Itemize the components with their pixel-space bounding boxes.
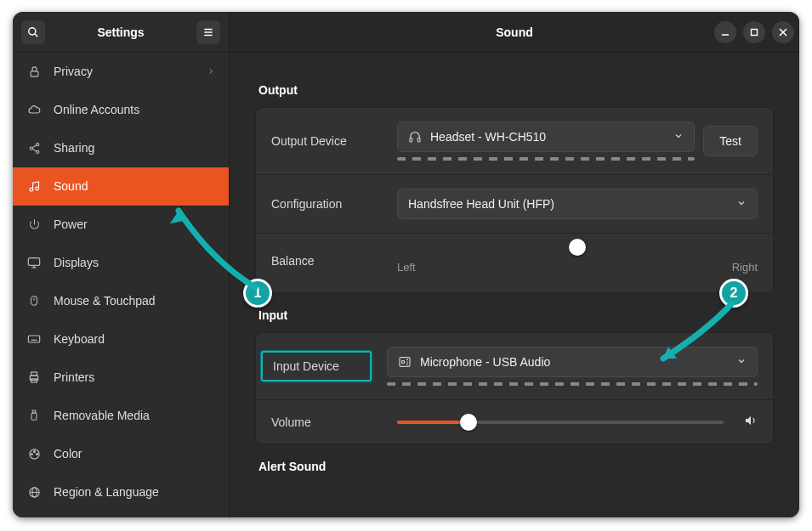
svg-point-36 — [31, 453, 32, 455]
input-level-meter — [387, 382, 758, 386]
configuration-value: Handsfree Head Unit (HFP) — [408, 197, 554, 211]
close-icon — [779, 28, 787, 37]
balance-left-label: Left — [397, 261, 416, 274]
input-device-dropdown[interactable]: Microphone - USB Audio — [387, 347, 758, 377]
hamburger-icon — [202, 26, 214, 38]
sidebar-item-label: Printers — [54, 370, 94, 384]
sidebar-item-sound[interactable]: Sound — [13, 167, 229, 206]
svg-rect-20 — [31, 297, 37, 306]
sidebar-item-label: Power — [54, 217, 88, 231]
test-button[interactable]: Test — [703, 126, 758, 156]
output-card: Output Device Headset - WH-CH510 — [255, 107, 774, 293]
svg-rect-31 — [31, 413, 37, 420]
maximize-icon — [750, 28, 758, 37]
input-device-value: Microphone - USB Audio — [420, 355, 550, 369]
minimize-icon — [721, 28, 730, 37]
sidebar-item-displays[interactable]: Displays — [13, 244, 229, 282]
output-device-label: Output Device — [271, 134, 382, 148]
sidebar-item-label: Region & Language — [54, 485, 159, 499]
svg-point-43 — [401, 360, 404, 363]
main-titlebar: Sound — [230, 12, 799, 53]
sidebar-item-color[interactable]: Color — [13, 435, 229, 473]
balance-label: Balance — [271, 254, 382, 268]
minimize-button[interactable] — [714, 21, 736, 43]
color-icon — [26, 446, 42, 461]
sidebar-item-label: Online Accounts — [54, 103, 139, 116]
input-volume-label: Volume — [271, 415, 382, 429]
sidebar-item-region-language[interactable]: Region & Language — [13, 473, 229, 511]
svg-rect-40 — [410, 138, 412, 142]
volume-slider[interactable] — [397, 421, 724, 424]
app-title: Settings — [50, 25, 191, 39]
sidebar-item-sharing[interactable]: Sharing — [13, 129, 229, 167]
input-volume-row: Volume — [256, 400, 773, 443]
chevron-down-icon — [736, 197, 747, 211]
svg-line-14 — [32, 149, 37, 151]
globe-icon — [26, 484, 42, 500]
hamburger-menu-button[interactable] — [196, 20, 220, 44]
display-icon — [26, 255, 42, 270]
output-device-value: Headset - WH-CH510 — [430, 130, 546, 144]
output-level-meter — [397, 157, 695, 161]
search-button[interactable] — [21, 20, 45, 44]
mouse-icon — [26, 293, 42, 308]
lock-icon — [26, 64, 42, 79]
music-icon — [26, 178, 42, 194]
svg-rect-30 — [31, 379, 37, 382]
input-device-label: Input Device — [261, 351, 372, 381]
search-icon — [27, 26, 39, 38]
sidebar-item-keyboard[interactable]: Keyboard — [13, 320, 229, 359]
chevron-right-icon — [207, 65, 215, 78]
headphones-icon — [408, 130, 422, 144]
settings-window: Settings Sound PrivacyOnline AccountsSha… — [13, 12, 799, 517]
sidebar: PrivacyOnline AccountsSharingSoundPowerD… — [13, 53, 230, 517]
output-section-title: Output — [258, 83, 774, 97]
svg-rect-22 — [28, 336, 39, 342]
input-device-row: Input Device Microphone - USB Audio — [256, 333, 773, 400]
sidebar-titlebar: Settings — [13, 12, 230, 53]
balance-slider-thumb[interactable] — [569, 239, 586, 256]
main-panel: Output Output Device Headset - WH-CH510 — [230, 53, 799, 517]
balance-right-label: Right — [732, 261, 758, 274]
audio-card-icon — [398, 355, 412, 369]
sidebar-item-label: Removable Media — [54, 409, 150, 422]
volume-slider-thumb[interactable] — [460, 414, 477, 431]
input-card: Input Device Microphone - USB Audio — [255, 332, 774, 444]
close-button[interactable] — [772, 21, 794, 43]
maximize-button[interactable] — [743, 21, 765, 43]
sidebar-item-online-accounts[interactable]: Online Accounts — [13, 91, 229, 129]
svg-point-15 — [29, 188, 32, 191]
sidebar-item-label: Displays — [54, 256, 99, 269]
input-section-title: Input — [258, 308, 774, 322]
sidebar-item-label: Color — [54, 447, 82, 460]
sidebar-item-label: Privacy — [54, 65, 93, 78]
svg-rect-6 — [752, 29, 758, 35]
sidebar-item-printers[interactable]: Printers — [13, 359, 229, 397]
svg-point-35 — [36, 453, 37, 455]
output-device-dropdown[interactable]: Headset - WH-CH510 — [397, 121, 695, 152]
configuration-row: Configuration Handsfree Head Unit (HFP) — [256, 175, 773, 234]
svg-rect-9 — [31, 71, 38, 76]
output-device-row: Output Device Headset - WH-CH510 — [256, 108, 773, 175]
sidebar-item-label: Mouse & Touchpad — [54, 294, 156, 308]
power-icon — [26, 217, 42, 232]
configuration-label: Configuration — [271, 197, 382, 211]
svg-rect-41 — [417, 138, 420, 142]
svg-point-0 — [29, 27, 36, 34]
chevron-down-icon — [673, 130, 684, 144]
speaker-icon — [744, 414, 758, 430]
sidebar-item-privacy[interactable]: Privacy — [13, 53, 229, 91]
sidebar-item-removable-media[interactable]: Removable Media — [13, 397, 229, 435]
sidebar-item-power[interactable]: Power — [13, 206, 229, 244]
sidebar-item-mouse-touchpad[interactable]: Mouse & Touchpad — [13, 282, 229, 320]
keyboard-icon — [26, 331, 42, 347]
cloud-icon — [26, 102, 42, 117]
balance-row: Balance Left Right — [256, 234, 773, 292]
configuration-dropdown[interactable]: Handsfree Head Unit (HFP) — [397, 189, 758, 219]
chevron-down-icon — [736, 355, 747, 369]
sidebar-item-label: Sound — [54, 179, 88, 193]
share-icon — [26, 140, 42, 155]
usb-icon — [26, 408, 42, 423]
svg-point-16 — [35, 187, 38, 190]
svg-line-13 — [32, 144, 37, 147]
